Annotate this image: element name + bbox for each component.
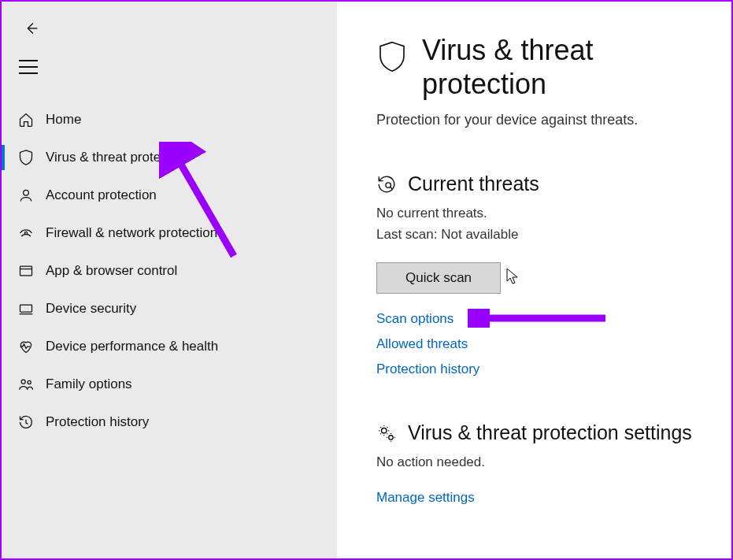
shield-icon	[17, 149, 35, 166]
page-title: Virus & threat protection	[422, 33, 708, 101]
hamburger-menu-button[interactable]	[19, 60, 38, 74]
heart-icon	[17, 338, 35, 355]
svg-point-4	[21, 380, 25, 384]
sidebar-item-app-browser[interactable]: App & browser control	[2, 252, 337, 290]
sidebar-item-account-protection[interactable]: Account protection	[2, 176, 337, 214]
svg-rect-3	[20, 305, 32, 312]
main-content: Virus & threat protection Protection for…	[337, 2, 731, 558]
page-subtitle: Protection for your device against threa…	[376, 112, 708, 128]
sidebar-item-protection-history[interactable]: Protection history	[2, 403, 337, 441]
section-title: Virus & threat protection settings	[408, 421, 692, 444]
sidebar-item-label: Firewall & network protection	[46, 225, 217, 241]
device-icon	[17, 300, 35, 317]
family-icon	[17, 376, 35, 393]
page-header: Virus & threat protection	[376, 33, 708, 101]
protection-history-link[interactable]: Protection history	[376, 362, 479, 377]
gear-icon	[376, 423, 397, 443]
manage-settings-link[interactable]: Manage settings	[376, 490, 475, 506]
svg-point-5	[28, 380, 31, 384]
home-icon	[17, 111, 35, 128]
svg-point-6	[386, 183, 391, 188]
settings-status-line: No action needed.	[376, 452, 708, 473]
settings-section: Virus & threat protection settings No ac…	[376, 421, 708, 506]
sidebar-item-label: Account protection	[46, 187, 157, 203]
scan-history-icon	[376, 174, 397, 195]
sidebar-item-label: Home	[46, 112, 81, 128]
sidebar-item-firewall-network[interactable]: Firewall & network protection	[2, 214, 337, 252]
sidebar-item-label: Device security	[46, 301, 136, 317]
sidebar-item-label: Protection history	[46, 414, 149, 430]
sidebar-item-label: Device performance & health	[46, 339, 218, 354]
sidebar-item-label: App & browser control	[46, 263, 177, 279]
window-icon	[17, 262, 35, 280]
threat-status-line: No current threats.	[376, 203, 708, 224]
sidebar-item-family-options[interactable]: Family options	[2, 365, 337, 403]
back-button[interactable]	[19, 16, 44, 41]
scan-options-link[interactable]: Scan options	[376, 311, 453, 327]
sidebar: Home Virus & threat protection Account p…	[2, 2, 337, 558]
current-threats-section: Current threats No current threats. Last…	[376, 172, 708, 377]
svg-point-0	[24, 190, 29, 195]
sidebar-item-device-security[interactable]: Device security	[2, 290, 337, 328]
account-icon	[17, 187, 35, 204]
svg-point-8	[389, 435, 393, 439]
sidebar-item-virus-threat-protection[interactable]: Virus & threat protection	[2, 139, 337, 176]
nav-list: Home Virus & threat protection Account p…	[2, 101, 337, 441]
shield-icon	[376, 39, 408, 71]
last-scan-line: Last scan: Not available	[376, 224, 708, 245]
history-icon	[17, 414, 35, 431]
network-icon	[17, 224, 35, 242]
sidebar-item-label: Family options	[46, 376, 132, 392]
sidebar-item-device-performance[interactable]: Device performance & health	[2, 328, 337, 365]
back-arrow-icon	[23, 20, 40, 37]
section-title: Current threats	[408, 172, 539, 195]
svg-rect-2	[20, 266, 32, 276]
allowed-threats-link[interactable]: Allowed threats	[376, 336, 468, 352]
svg-point-7	[382, 428, 387, 433]
sidebar-item-home[interactable]: Home	[2, 101, 337, 139]
quick-scan-button[interactable]: Quick scan	[376, 262, 501, 294]
sidebar-item-label: Virus & threat protection	[46, 150, 189, 165]
